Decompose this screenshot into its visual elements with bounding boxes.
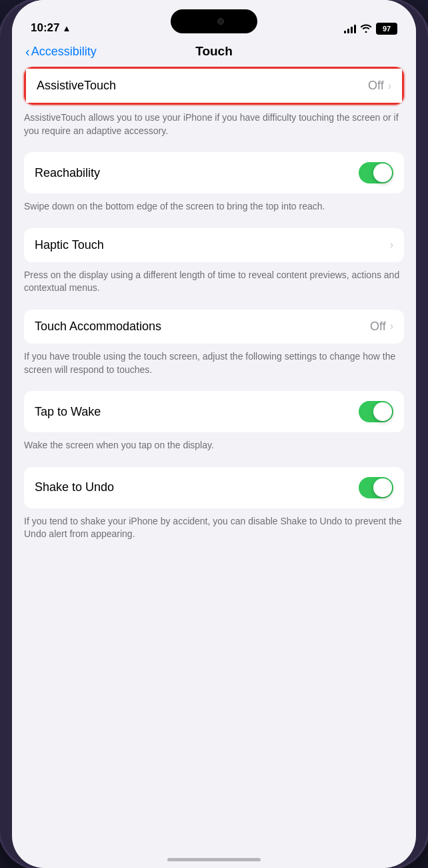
reachability-description: Swipe down on the bottom edge of the scr… xyxy=(24,199,404,222)
haptic-touch-label: Haptic Touch xyxy=(35,238,104,252)
signal-icon xyxy=(344,24,356,33)
tap-to-wake-card[interactable]: Tap to Wake xyxy=(24,391,404,432)
dynamic-island xyxy=(171,9,257,33)
shake-to-undo-card[interactable]: Shake to Undo xyxy=(24,467,404,508)
touch-accommodations-right: Off › xyxy=(370,320,393,334)
time-display: 10:27 xyxy=(31,21,59,35)
assistivetouch-description: AssistiveTouch allows you to use your iP… xyxy=(24,110,404,145)
assistivetouch-chevron-icon: › xyxy=(388,80,391,92)
status-icons: 97 xyxy=(344,23,397,35)
tap-to-wake-label: Tap to Wake xyxy=(35,405,101,419)
nav-header: ‹ Accessibility Touch xyxy=(12,39,416,67)
haptic-touch-right: › xyxy=(390,239,393,251)
assistivetouch-row[interactable]: AssistiveTouch Off › xyxy=(26,69,402,103)
toggle-knob-3 xyxy=(373,478,392,497)
page-title: Touch xyxy=(195,44,233,59)
toggle-knob-2 xyxy=(373,402,392,421)
tap-to-wake-toggle[interactable] xyxy=(359,401,393,422)
settings-content: AssistiveTouch Off › AssistiveTouch allo… xyxy=(12,67,416,858)
camera-dot xyxy=(217,18,224,25)
battery-icon: 97 xyxy=(376,23,397,35)
back-button[interactable]: ‹ Accessibility xyxy=(25,45,97,59)
back-chevron-icon: ‹ xyxy=(25,45,30,58)
shake-to-undo-row[interactable]: Shake to Undo xyxy=(24,467,404,508)
reachability-row[interactable]: Reachability xyxy=(24,152,404,193)
haptic-touch-chevron-icon: › xyxy=(390,239,393,251)
reachability-label: Reachability xyxy=(35,166,100,180)
assistivetouch-value: Off xyxy=(368,79,384,93)
toggle-knob xyxy=(373,163,392,182)
shake-to-undo-toggle[interactable] xyxy=(359,477,393,498)
haptic-touch-card[interactable]: Haptic Touch › xyxy=(24,228,404,262)
touch-accommodations-row[interactable]: Touch Accommodations Off › xyxy=(24,310,404,344)
reachability-toggle[interactable] xyxy=(359,162,393,183)
reachability-card[interactable]: Reachability xyxy=(24,152,404,193)
back-label: Accessibility xyxy=(31,45,97,59)
assistivetouch-card[interactable]: AssistiveTouch Off › xyxy=(24,67,404,105)
home-indicator xyxy=(167,858,261,861)
haptic-touch-description: Press on the display using a different l… xyxy=(24,268,404,303)
haptic-touch-row[interactable]: Haptic Touch › xyxy=(24,228,404,262)
wifi-icon xyxy=(360,23,372,35)
phone-screen: 10:27 ▲ 97 xyxy=(12,0,416,868)
phone-frame: 10:27 ▲ 97 xyxy=(0,0,428,868)
touch-accommodations-label: Touch Accommodations xyxy=(35,320,161,334)
location-icon: ▲ xyxy=(62,23,71,33)
battery-level: 97 xyxy=(383,25,391,33)
status-time: 10:27 ▲ xyxy=(31,21,71,35)
touch-accommodations-chevron-icon: › xyxy=(390,320,393,332)
assistivetouch-right: Off › xyxy=(368,79,391,93)
assistivetouch-label: AssistiveTouch xyxy=(37,79,116,93)
touch-accommodations-value: Off xyxy=(370,320,386,334)
tap-to-wake-row[interactable]: Tap to Wake xyxy=(24,391,404,432)
shake-to-undo-label: Shake to Undo xyxy=(35,480,114,494)
touch-accommodations-card[interactable]: Touch Accommodations Off › xyxy=(24,310,404,344)
touch-accommodations-description: If you have trouble using the touch scre… xyxy=(24,349,404,384)
shake-to-undo-description: If you tend to shake your iPhone by acci… xyxy=(24,514,404,549)
tap-to-wake-description: Wake the screen when you tap on the disp… xyxy=(24,438,404,460)
